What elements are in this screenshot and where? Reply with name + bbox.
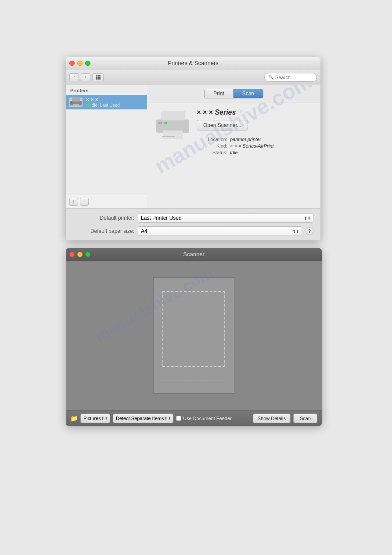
svg-rect-6: [163, 131, 183, 139]
tabs-bar: Print Scan: [147, 85, 320, 102]
scanner-toolbar: 📁 Pictures ⬆⬇ Detect Separate Items ⬆⬇ U…: [66, 410, 322, 426]
printer-name: × × ×: [86, 97, 144, 103]
pictures-select-wrapper: Pictures ⬆⬇: [80, 414, 110, 423]
kind-value: × × × Series-AirPrint: [230, 143, 273, 149]
remove-printer-button[interactable]: −: [80, 198, 89, 206]
search-icon: 🔍: [268, 75, 273, 80]
printers-scanners-window: Printers & Scanners ‹ › 🔍 manualshive.co…: [66, 57, 320, 240]
window-body: manualshive.com Printers × × ×: [66, 85, 320, 208]
show-details-button[interactable]: Show Details: [253, 414, 291, 423]
printer-status: Idle, Last Used: [86, 103, 144, 108]
location-label: Location:: [197, 137, 227, 142]
status-indicator: [86, 104, 89, 107]
scanner-traffic-lights: [69, 252, 90, 257]
detail-row-kind: Kind: × × × Series-AirPrint: [197, 143, 313, 149]
default-paper-row: Default paper size: A4 Letter Legal A3 ⬆…: [73, 226, 313, 236]
scanner-body: manualshive.com: [66, 261, 322, 410]
toolbar: ‹ › 🔍: [66, 69, 320, 85]
scanner-minimize-button[interactable]: [77, 252, 83, 257]
scan-selection-area[interactable]: [162, 291, 225, 367]
detail-row-location: Location: pantum printer: [197, 137, 313, 142]
traffic-lights: [69, 61, 90, 66]
sidebar: Printers × × × Idle, Last Used: [66, 85, 147, 208]
status-label: Status:: [197, 150, 227, 155]
close-button[interactable]: [69, 61, 75, 66]
svg-rect-5: [161, 111, 185, 120]
svg-rect-9: [162, 136, 175, 137]
printer-info: × × × Idle, Last Used: [86, 97, 144, 108]
search-box[interactable]: 🔍: [264, 73, 317, 82]
window-title: Printers & Scanners: [168, 60, 219, 66]
scanner-window-title: Scanner: [183, 251, 204, 258]
help-button[interactable]: ?: [306, 227, 313, 235]
window-footer: Default printer: Last Printer Used XXX S…: [66, 208, 320, 240]
printer-list-item[interactable]: × × × Idle, Last Used: [66, 95, 147, 109]
tab-print[interactable]: Print: [205, 89, 234, 98]
tab-scan[interactable]: Scan: [234, 89, 263, 98]
detect-select-wrapper: Detect Separate Items ⬆⬇: [113, 414, 173, 423]
save-folder-select[interactable]: Pictures: [80, 414, 110, 423]
default-printer-select-wrapper: Last Printer Used XXX Series ⬆⬇: [138, 213, 313, 223]
default-printer-label: Default printer:: [73, 215, 134, 221]
nav-forward-button[interactable]: ›: [81, 73, 90, 81]
default-printer-row: Default printer: Last Printer Used XXX S…: [73, 213, 313, 223]
detail-row-status: Status: Idle: [197, 150, 313, 155]
printer-detail: × × × Series Open Scanner... Location: p…: [147, 102, 320, 163]
default-paper-select-wrapper: A4 Letter Legal A3 ⬆⬇: [138, 226, 302, 236]
titlebar: Printers & Scanners: [66, 57, 320, 69]
nav-back-button[interactable]: ‹: [69, 73, 79, 81]
detect-items-select[interactable]: Detect Separate Items: [113, 414, 173, 423]
folder-icon: 📁: [70, 415, 78, 422]
add-printer-button[interactable]: +: [69, 198, 78, 206]
svg-rect-7: [158, 122, 162, 124]
scanner-close-button[interactable]: [69, 252, 75, 257]
use-feeder-checkbox[interactable]: [176, 416, 181, 421]
scanner-window: Scanner manualshive.com 📁 Pictures ⬆⬇ De…: [66, 248, 322, 426]
svg-rect-1: [72, 98, 80, 102]
printer-image: [154, 109, 191, 141]
scan-button[interactable]: Scan: [293, 414, 317, 423]
scan-preview: [153, 277, 234, 394]
scanner-maximize-button[interactable]: [85, 252, 90, 257]
use-feeder-label[interactable]: Use Document Feeder: [176, 416, 232, 421]
search-input[interactable]: [275, 75, 310, 80]
svg-rect-2: [73, 104, 79, 106]
printer-detail-info: × × × Series Open Scanner... Location: p…: [197, 109, 313, 156]
status-value: Idle: [230, 150, 238, 155]
default-printer-select[interactable]: Last Printer Used XXX Series: [138, 213, 313, 223]
default-paper-select[interactable]: A4 Letter Legal A3: [138, 226, 302, 236]
default-paper-label: Default paper size:: [73, 228, 134, 234]
minimize-button[interactable]: [77, 61, 83, 66]
detail-table: Location: pantum printer Kind: × × × Ser…: [197, 137, 313, 155]
kind-label: Kind:: [197, 143, 227, 149]
maximize-button[interactable]: [85, 61, 90, 66]
tab-group: Print Scan: [204, 89, 263, 98]
svg-rect-3: [71, 102, 72, 103]
printer-series-name: × × × Series: [197, 109, 313, 116]
svg-rect-8: [164, 122, 167, 124]
printer-thumbnail: [69, 98, 83, 107]
sidebar-header: Printers: [66, 85, 147, 95]
open-scanner-button[interactable]: Open Scanner...: [197, 120, 248, 131]
scanner-titlebar: Scanner: [66, 248, 322, 261]
location-value: pantum printer: [230, 137, 261, 142]
main-content: Print Scan × × × S: [147, 85, 320, 208]
view-toggle-button[interactable]: [92, 73, 104, 81]
